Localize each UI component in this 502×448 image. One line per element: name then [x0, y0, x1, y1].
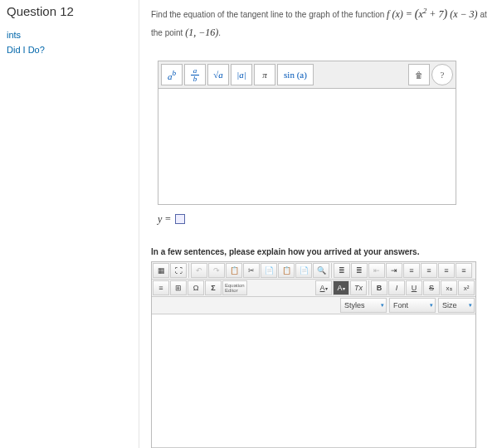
sigma-icon: Σ: [211, 284, 215, 292]
sidebar-link-how-did-i-do[interactable]: Did I Do?: [7, 45, 132, 55]
number-list-icon: ≣: [356, 266, 363, 275]
answer-prefix: y =: [158, 213, 171, 225]
question-title: Question 12: [7, 4, 132, 18]
rte-btn-source[interactable]: ▦: [153, 263, 169, 278]
eq-btn-help[interactable]: ?: [431, 64, 453, 85]
maximize-icon: ⛶: [175, 266, 183, 275]
rte-btn-align-right[interactable]: ≡: [438, 263, 455, 278]
rte-btn-align-left[interactable]: ≡: [403, 263, 420, 278]
equation-toolbar: ab ab √a |a| π sin (a) 🗑 ?: [158, 61, 456, 89]
rte-btn-maximize[interactable]: ⛶: [170, 263, 187, 278]
indent-icon: ⇥: [391, 266, 397, 275]
outdent-icon: ⇤: [373, 266, 380, 275]
menu-icon: ≡: [158, 284, 163, 292]
rte-btn-italic[interactable]: I: [388, 280, 405, 295]
rte-btn-bullet-list[interactable]: ≣: [334, 263, 350, 278]
align-right-icon: ≡: [444, 266, 448, 275]
bullet-list-icon: ≣: [339, 266, 345, 275]
align-left-icon: ≡: [409, 266, 413, 275]
rte-btn-paste-special[interactable]: 📋: [226, 263, 242, 278]
paste-icon: 📋: [230, 266, 239, 275]
rte-btn-paste-plain[interactable]: 📄: [295, 263, 312, 278]
rte-btn-superscript[interactable]: x²: [458, 280, 475, 295]
rte-btn-indent[interactable]: ⇥: [386, 263, 402, 278]
cut-icon: ✂: [248, 266, 255, 275]
copy-icon: 📄: [265, 266, 274, 275]
eq-btn-pi[interactable]: π: [254, 64, 275, 85]
rte-btn-special-char[interactable]: Ω: [188, 280, 204, 295]
eq-btn-fraction[interactable]: ab: [184, 64, 206, 85]
rte-btn-undo[interactable]: ↶: [191, 263, 207, 278]
remove-format-icon: Tx: [354, 284, 363, 292]
eq-btn-clear[interactable]: 🗑: [408, 64, 430, 85]
rich-text-editor: ▦ ⛶ ↶ ↷ 📋 ✂ 📄 📋 📄 🔍 ≣ ≣ ⇤ ⇥ ≡ ≡ ≡ ≡: [151, 261, 476, 448]
main-content: Find the equation of the tangent line to…: [139, 0, 502, 448]
rte-btn-font-color[interactable]: A▾: [315, 280, 332, 295]
source-icon: ▦: [158, 266, 165, 275]
rte-btn-strike[interactable]: S: [423, 280, 440, 295]
rte-btn-menu[interactable]: ≡: [153, 280, 169, 295]
paste-word-icon: 📋: [282, 266, 291, 275]
redo-icon: ↷: [213, 266, 220, 275]
rte-btn-bg-color[interactable]: A▾: [333, 280, 349, 295]
rte-btn-underline[interactable]: U: [406, 280, 422, 295]
function-expression: f (x) = (x2 + 7) (x − 3): [387, 8, 480, 20]
eq-btn-power[interactable]: ab: [161, 64, 183, 85]
help-icon: ?: [441, 70, 445, 80]
table-icon: ⊞: [175, 284, 182, 292]
rte-btn-cut[interactable]: ✂: [243, 263, 260, 278]
rte-btn-table[interactable]: ⊞: [170, 280, 187, 295]
rte-btn-align-center[interactable]: ≡: [421, 263, 437, 278]
eq-btn-sqrt[interactable]: √a: [207, 64, 229, 85]
equation-editor: ab ab √a |a| π sin (a) 🗑 ?: [158, 61, 456, 205]
rte-btn-paste-word[interactable]: 📋: [278, 263, 295, 278]
omega-icon: Ω: [193, 284, 199, 292]
rte-btn-remove-format[interactable]: Tx: [350, 280, 367, 295]
undo-icon: ↶: [196, 266, 202, 275]
eq-btn-sin[interactable]: sin (a): [277, 64, 314, 85]
rte-btn-subscript[interactable]: x₂: [441, 280, 457, 295]
eq-btn-abs[interactable]: |a|: [231, 64, 252, 85]
rte-input-area[interactable]: [152, 314, 475, 447]
rte-btn-number-list[interactable]: ≣: [351, 263, 368, 278]
rte-btn-bold[interactable]: B: [371, 280, 387, 295]
rte-btn-find[interactable]: 🔍: [313, 263, 329, 278]
rte-toolbar-row-3: Styles Font Size: [152, 297, 475, 314]
align-justify-icon: ≡: [461, 266, 465, 275]
sidebar-link-hints[interactable]: ints: [7, 30, 132, 40]
point-expression: (1, −16): [185, 27, 218, 38]
equation-input-area[interactable]: [158, 89, 456, 205]
answer-line: y =: [158, 213, 490, 226]
rte-btn-math[interactable]: Σ: [205, 280, 222, 295]
rte-toolbar-row-1: ▦ ⛶ ↶ ↷ 📋 ✂ 📄 📋 📄 🔍 ≣ ≣ ⇤ ⇥ ≡ ≡ ≡ ≡: [152, 262, 475, 280]
rte-select-font[interactable]: Font: [389, 298, 436, 313]
rte-btn-equation-editor[interactable]: Equation Editor: [222, 280, 247, 295]
prompt-lead: Find the equation of the tangent line to…: [151, 10, 387, 19]
trash-icon: 🗑: [415, 71, 423, 80]
question-prompt: Find the equation of the tangent line to…: [151, 4, 490, 41]
rte-select-styles[interactable]: Styles: [340, 298, 387, 313]
rte-select-size[interactable]: Size: [438, 298, 475, 313]
rte-btn-redo[interactable]: ↷: [208, 263, 225, 278]
sidebar: Question 12 ints Did I Do?: [0, 0, 139, 448]
paste-plain-icon: 📄: [300, 266, 309, 275]
rte-btn-outdent[interactable]: ⇤: [368, 263, 385, 278]
search-icon: 🔍: [317, 266, 326, 275]
explain-label: In a few sentences, please explain how y…: [151, 247, 490, 256]
rte-toolbar-row-2: ≡ ⊞ Ω Σ Equation Editor A▾ A▾ Tx B I U S…: [152, 280, 475, 297]
rte-btn-copy[interactable]: 📄: [261, 263, 277, 278]
answer-placeholder-box[interactable]: [175, 214, 185, 224]
rte-btn-align-justify[interactable]: ≡: [456, 263, 472, 278]
align-center-icon: ≡: [426, 266, 431, 275]
